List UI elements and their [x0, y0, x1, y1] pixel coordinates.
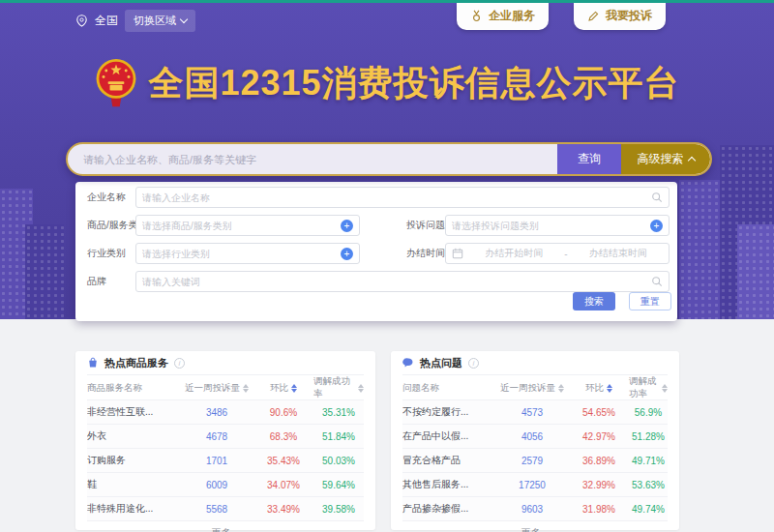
cell-ratio: 34.07% — [253, 480, 313, 490]
hot-section: 热点商品服务 i 商品服务名称 近一周投诉量 环比 调解成功率 非经营性互联..… — [0, 319, 774, 532]
sort-icon — [607, 384, 612, 393]
cell-success: 51.84% — [313, 431, 364, 442]
cell-name: 非特殊用途化... — [87, 502, 180, 516]
table-row[interactable]: 其他售后服务... 17250 32.99% 53.63% — [402, 472, 668, 496]
company-name-input[interactable] — [142, 192, 651, 203]
column-ratio[interactable]: 环比 — [253, 382, 313, 395]
table-row[interactable]: 不按约定履行... 4573 54.65% 56.9% — [402, 399, 668, 424]
brand-label: 品牌 — [87, 276, 106, 287]
table-row[interactable]: 在产品中以假... 4056 42.97% 51.28% — [402, 424, 668, 448]
advanced-search-panel: 企业名称 商品/服务类别 + 投诉问题类别 + 行业类别 + 办结时间 — [75, 182, 677, 321]
finish-time-range-field[interactable]: 办结开始时间 - 办结结束时间 — [445, 243, 670, 264]
column-success[interactable]: 调解成功率 — [313, 375, 364, 400]
cell-ratio: 33.49% — [253, 504, 313, 515]
form-search-button[interactable]: 搜索 — [573, 292, 615, 310]
info-icon[interactable]: i — [468, 358, 479, 369]
cell-count: 4678 — [180, 431, 253, 442]
table-row[interactable]: 非特殊用途化... 5568 33.49% 39.58% — [87, 496, 364, 520]
cell-count: 2579 — [495, 456, 569, 466]
column-ratio[interactable]: 环比 — [569, 382, 629, 395]
cell-ratio: 36.89% — [569, 456, 629, 466]
sort-icon — [662, 384, 668, 393]
expand-category-icon[interactable]: + — [341, 248, 353, 260]
keyword-search-input[interactable] — [68, 144, 557, 174]
cell-success: 39.58% — [313, 504, 364, 515]
company-name-label: 企业名称 — [87, 192, 126, 203]
cell-ratio: 31.98% — [569, 504, 629, 515]
cell-count: 9603 — [495, 504, 569, 515]
column-count[interactable]: 近一周投诉量 — [495, 382, 569, 395]
end-time-placeholder[interactable]: 办结结束时间 — [574, 247, 663, 260]
cell-ratio: 54.65% — [569, 407, 629, 418]
table-row[interactable]: 外衣 4678 68.3% 51.84% — [87, 424, 364, 448]
form-actions: 搜索 重置 — [573, 292, 671, 310]
cell-ratio: 35.43% — [253, 456, 313, 466]
cell-success: 56.9% — [629, 407, 668, 418]
hot-problems-more-link[interactable]: 更多... — [402, 520, 668, 532]
speech-bubble-icon — [402, 357, 414, 369]
cell-ratio: 90.6% — [253, 407, 313, 418]
search-icon — [651, 276, 663, 287]
goods-category-field: + — [135, 215, 360, 236]
info-icon[interactable]: i — [174, 358, 185, 369]
expand-category-icon[interactable]: + — [650, 220, 663, 232]
hot-problems-header: 热点问题 i — [402, 351, 668, 375]
column-count[interactable]: 近一周投诉量 — [180, 382, 253, 395]
brand-field — [135, 271, 670, 292]
complain-button[interactable]: 我要投诉 — [574, 3, 666, 30]
table-row[interactable]: 非经营性互联... 3486 90.6% 35.31% — [87, 399, 364, 424]
date-separator: - — [564, 249, 567, 259]
cell-count: 4573 — [495, 407, 569, 418]
brand-input[interactable] — [142, 277, 651, 287]
industry-category-field: + — [135, 243, 360, 264]
problem-category-input[interactable] — [452, 221, 650, 231]
form-reset-button[interactable]: 重置 — [629, 292, 671, 310]
pencil-icon — [587, 10, 600, 22]
goods-category-input[interactable] — [142, 221, 341, 231]
expand-category-icon[interactable]: + — [341, 220, 353, 232]
topbar-actions: 企业服务 我要投诉 — [457, 3, 666, 30]
calendar-icon — [452, 248, 463, 259]
column-success[interactable]: 调解成功率 — [629, 375, 668, 400]
page: 全国 切换区域 企业服务 我要投诉 — [0, 0, 774, 532]
cell-count: 5568 — [180, 504, 253, 515]
cell-name: 订购服务 — [87, 454, 180, 467]
chevron-up-icon — [687, 157, 695, 164]
hot-goods-card: 热点商品服务 i 商品服务名称 近一周投诉量 环比 调解成功率 非经营性互联..… — [75, 351, 375, 530]
building-silhouette — [737, 224, 774, 319]
enterprise-service-button[interactable]: 企业服务 — [457, 3, 549, 30]
cell-ratio: 32.99% — [569, 480, 629, 490]
industry-category-input[interactable] — [142, 249, 341, 259]
cell-success: 51.28% — [629, 431, 668, 442]
current-region-label: 全国 — [95, 13, 118, 29]
cell-count: 6009 — [180, 480, 253, 490]
sort-icon — [243, 384, 249, 393]
hot-goods-column-headers: 商品服务名称 近一周投诉量 环比 调解成功率 — [87, 375, 364, 399]
cell-success: 49.71% — [629, 456, 668, 466]
table-row[interactable]: 订购服务 1701 35.43% 50.03% — [87, 448, 364, 472]
table-row[interactable]: 冒充合格产品 2579 36.89% 49.71% — [402, 448, 668, 472]
cell-ratio: 68.3% — [253, 431, 313, 442]
search-icon — [651, 192, 663, 203]
sort-icon — [358, 384, 364, 393]
main-search-bar: 查询 高级搜索 — [66, 142, 712, 176]
top-accent-stripe — [0, 0, 774, 3]
table-row[interactable]: 产品掺杂掺假... 9603 31.98% 49.74% — [402, 496, 668, 520]
switch-region-label: 切换区域 — [134, 14, 176, 28]
cell-success: 53.63% — [629, 480, 668, 490]
switch-region-button[interactable]: 切换区域 — [125, 10, 195, 32]
start-time-placeholder[interactable]: 办结开始时间 — [469, 247, 558, 260]
advanced-search-button[interactable]: 高级搜索 — [621, 144, 710, 174]
problem-category-field: + — [445, 215, 670, 236]
table-row[interactable]: 鞋 6009 34.07% 59.64% — [87, 472, 364, 496]
query-button[interactable]: 查询 — [557, 144, 621, 174]
cell-name: 在产品中以假... — [402, 429, 495, 443]
cell-success: 35.31% — [313, 407, 364, 418]
chevron-down-icon — [180, 15, 188, 23]
cell-name: 其他售后服务... — [402, 478, 495, 491]
building-silhouette — [25, 224, 64, 319]
hot-goods-more-link[interactable]: 更多... — [87, 520, 364, 532]
hot-problems-title: 热点问题 — [420, 356, 462, 370]
hot-goods-header: 热点商品服务 i — [87, 351, 364, 375]
cell-count: 1701 — [180, 456, 253, 466]
